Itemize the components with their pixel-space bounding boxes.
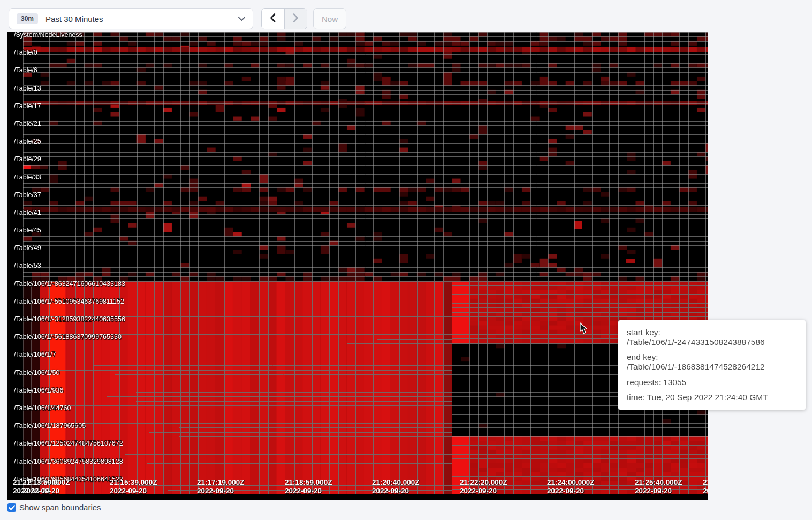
now-button[interactable]: Now xyxy=(313,8,346,29)
chevron-left-icon xyxy=(270,13,276,24)
time-range-dropdown[interactable]: 30m Past 30 Minutes xyxy=(9,8,253,29)
hover-tooltip: start key: /Table/106/1/-247433150824388… xyxy=(618,320,806,410)
show-span-boundaries-checkbox[interactable] xyxy=(7,503,16,512)
show-span-boundaries-label: Show span boundaries xyxy=(19,503,101,512)
tooltip-time: time: Tue, 20 Sep 2022 21:24:40 GMT xyxy=(627,393,797,402)
time-nav-group xyxy=(261,8,307,29)
key-visualizer-page: 30m Past 30 Minutes Now /System/NodeLive… xyxy=(0,0,812,520)
show-span-boundaries: Show span boundaries xyxy=(7,503,101,512)
prev-time-button[interactable] xyxy=(262,9,284,29)
tooltip-requests: requests: 13055 xyxy=(627,378,797,387)
key-visualizer: /System/NodeLiveness/Table/0/Table/6/Tab… xyxy=(7,32,708,500)
tooltip-start-key: start key: /Table/106/1/-247433150824388… xyxy=(627,328,797,347)
check-icon xyxy=(9,503,15,513)
time-range-badge: 30m xyxy=(17,13,38,24)
chevron-right-icon xyxy=(293,13,299,24)
next-time-button[interactable] xyxy=(284,9,307,29)
chevron-down-icon xyxy=(238,17,245,21)
mouse-cursor xyxy=(580,322,590,335)
heatmap-canvas[interactable] xyxy=(7,32,708,500)
tooltip-end-key: end key: /Table/106/1/-18683814745282642… xyxy=(627,352,797,372)
time-range-label: Past 30 Minutes xyxy=(45,14,103,24)
